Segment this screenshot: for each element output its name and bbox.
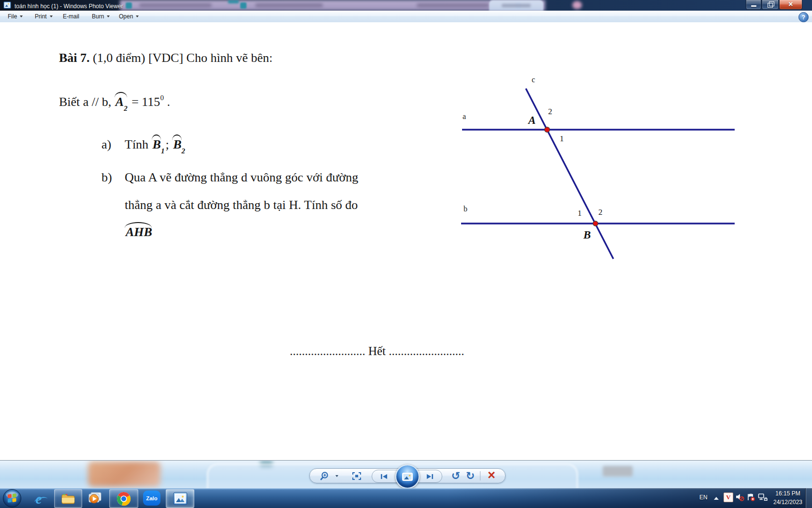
play-slideshow-button[interactable] [395,464,420,489]
rotate-ccw-icon: ↺ [451,471,460,481]
tray-expand-icon[interactable] [714,497,719,500]
blurred-avatar [572,1,582,9]
actual-size-button[interactable] [350,469,363,483]
blurred-tab-text [417,3,489,7]
label-line-c: c [532,75,535,84]
windows-logo-icon [2,489,22,508]
menu-burn[interactable]: Burn [92,11,110,22]
photo-viewer-icon [173,492,188,505]
item-b-label: b) [102,170,125,185]
start-button[interactable] [2,489,22,508]
show-desktop-button[interactable] [805,488,812,508]
taskbar-chrome[interactable] [109,489,138,508]
menu-file-label: File [8,13,17,20]
item-b-line1: b)Qua A vẽ đường thẳng d vuông góc với đ… [102,170,358,185]
delete-icon: × [488,469,495,482]
menubar: File Print E-mail Burn Open ? [0,11,812,23]
blurred-favicon [240,2,246,9]
angle-B2-notation: B2 [172,137,186,153]
zoom-button[interactable] [319,469,332,483]
given-statement: Biết a // b, A2 = 1150 . [59,95,170,111]
line-c [526,89,613,259]
label-line-a: a [463,112,466,121]
chrome-icon [116,492,131,506]
zoom-dropdown[interactable] [334,469,340,483]
chevron-down-icon [107,15,110,17]
taskbar-windows-explorer[interactable] [54,489,82,508]
label-point-A: A [528,114,536,127]
menu-email-label: E-mail [63,13,79,20]
viewer-toolbar: ↺ ↻ × [0,460,812,489]
blurred-tab-text [502,4,531,7]
actual-size-icon [352,472,362,480]
label-point-B: B [583,229,591,241]
window-controls: × [745,0,802,10]
menu-open-label: Open [119,13,133,20]
menu-open[interactable]: Open [119,11,139,22]
taskbar-internet-explorer[interactable]: e [31,492,46,506]
menu-file[interactable]: File [8,11,23,22]
tray-unikey-icon[interactable]: V [724,493,733,502]
next-button[interactable] [421,470,438,482]
point-B-dot [593,221,598,226]
previous-button[interactable] [376,470,392,482]
menu-email[interactable]: E-mail [63,11,79,22]
chevron-down-icon [20,15,23,17]
toolbar-divider [480,471,480,480]
help-icon[interactable]: ? [798,12,809,22]
window-title: toán hình học (1) - Windows Photo Viewer [14,3,123,10]
document-canvas: Bài 7. (1,0 điểm) [VDC] Cho hình vẽ bên:… [0,22,812,460]
label-angle-A2: 2 [548,107,552,117]
taskbar-zalo[interactable]: Zalo [143,491,160,506]
chevron-down-icon [50,15,53,17]
menu-print-label: Print [35,13,47,20]
blurred-tab-text [139,3,212,7]
tray-date: 24/12/2023 [770,498,805,507]
angle-AHB-notation: AHB [125,225,153,239]
item-a-label: a) [102,137,125,152]
slideshow-icon [402,473,413,481]
tray-action-center-icon[interactable] [747,493,755,501]
menu-burn-label: Burn [92,13,104,20]
rotate-counterclockwise-button[interactable]: ↺ [449,469,463,483]
taskbar-media-player[interactable] [87,492,103,505]
tray-clock[interactable]: 16:15 PM 24/12/2023 [770,489,805,507]
photo-viewer-app-icon [3,1,11,11]
problem-heading: Bài 7. (1,0 điểm) [VDC] Cho hình vẽ bên: [59,51,273,65]
angle-B1-notation: B1 [152,137,166,153]
tray-time: 16:15 PM [770,489,805,498]
blurred-tab-text [255,3,323,7]
label-angle-B1: 1 [578,209,582,218]
tray-language-indicator[interactable]: EN [699,494,708,501]
internet-explorer-icon: e [36,492,42,506]
restore-button[interactable] [762,0,779,10]
titlebar: toán hình học (1) - Windows Photo Viewer… [0,0,812,11]
blurred-background-image [88,462,160,487]
zalo-icon: Zalo [143,491,160,506]
tray-volume-icon[interactable] [735,493,744,501]
item-b-line2: thẳng a và cắt đường thẳng b tại H. Tính… [125,198,358,212]
label-angle-A1: 1 [560,134,564,144]
rotate-cw-icon: ↻ [466,471,475,481]
blurred-background-button [603,466,633,477]
magnifier-icon [320,471,331,481]
close-button[interactable]: × [779,0,802,10]
menu-print[interactable]: Print [35,11,53,22]
restore-icon [768,3,773,8]
zalo-label: Zalo [146,495,158,501]
angle-A2-notation: A2 [115,95,129,111]
delete-button[interactable]: × [484,469,499,483]
viewer-controls: ↺ ↻ × [309,468,506,483]
tray-network-icon[interactable] [758,493,768,501]
minimize-icon [751,5,756,7]
previous-icon [380,474,388,479]
rotate-clockwise-button[interactable]: ↻ [464,469,477,483]
media-player-icon [87,492,102,505]
minimize-button[interactable] [746,0,761,10]
next-icon [426,474,434,479]
item-a: a)Tính B1; B2 [102,137,186,153]
item-b-line3: AHB [125,225,153,239]
taskbar-photo-viewer[interactable] [166,489,194,508]
end-marker: ......................... Hết ..........… [193,344,561,358]
blurred-favicon [126,2,132,9]
